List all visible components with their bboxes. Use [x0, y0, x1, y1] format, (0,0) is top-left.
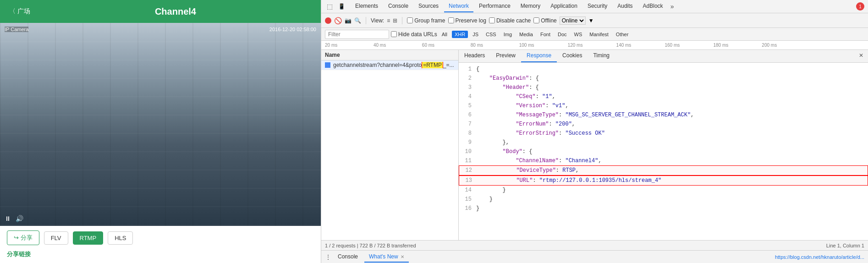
filter-img[interactable]: Img: [501, 31, 515, 38]
request-highlight: =RTMP: [422, 62, 443, 68]
json-line-16: 16 }: [459, 204, 868, 213]
camera2-icon[interactable]: 📷: [345, 17, 352, 24]
details-tab-headers[interactable]: Headers: [459, 50, 490, 62]
bottom-tab-console[interactable]: Console: [333, 252, 363, 263]
json-line-11: 11 "ChannelName": "Channel4",: [459, 156, 868, 165]
close-details-button[interactable]: ✕: [854, 50, 868, 62]
device-icon[interactable]: 📱: [337, 2, 346, 11]
tab-rtmp[interactable]: RTMP: [73, 231, 104, 245]
hide-data-urls-label[interactable]: Hide data URLs: [391, 31, 437, 38]
tick-140ms: 140 ms: [616, 43, 632, 48]
share-link-area: 分享链接: [0, 247, 321, 263]
tab-elements[interactable]: Elements: [351, 0, 383, 12]
details-panel: Headers Preview Response Cookies Timing …: [459, 50, 868, 240]
json-line-1: 1 {: [459, 65, 868, 74]
record-button[interactable]: [325, 17, 331, 24]
group-frame-label[interactable]: Group frame: [407, 17, 445, 24]
json-line-8: 8 "ErrorString": "Success OK": [459, 129, 868, 138]
bottom-menu-icon[interactable]: ⋮: [325, 253, 331, 261]
throttle-arrow[interactable]: ▼: [588, 17, 594, 24]
tick-80ms: 80 ms: [471, 43, 483, 48]
tab-sources[interactable]: Sources: [414, 0, 443, 12]
tab-network[interactable]: Network: [444, 0, 473, 12]
json-line-14: 14 }: [459, 186, 868, 195]
filter-doc[interactable]: Doc: [555, 31, 570, 38]
tab-application[interactable]: Application: [546, 0, 582, 12]
network-toolbar: 🚫 📷 🔍 View: ≡ ⊞ Group frame Preserve log…: [321, 13, 868, 28]
filter-xhr[interactable]: XHR: [452, 31, 468, 38]
filter-css[interactable]: CSS: [483, 31, 499, 38]
filter-manifest[interactable]: Manifest: [587, 31, 611, 38]
clear-button[interactable]: 🚫: [334, 17, 342, 24]
filter-all[interactable]: All: [439, 31, 450, 38]
video-timestamp: 2016-12-20 02:58:00: [269, 27, 316, 32]
list-view-icon[interactable]: ≡: [387, 17, 390, 24]
inspect-icon[interactable]: ⬚: [325, 2, 334, 11]
filter-other[interactable]: Other: [613, 31, 632, 38]
tab-console[interactable]: Console: [384, 0, 413, 12]
bottom-tab-whatsnew[interactable]: What's New ✕: [364, 252, 409, 263]
disable-cache-label[interactable]: Disable cache: [489, 17, 531, 24]
request-item[interactable]: getchannelstream?channel=4&proto=RTMP_=.…: [321, 60, 458, 70]
preview-icon[interactable]: ⊞: [393, 17, 397, 24]
video-area: IP Camera 2016-12-20 02:58:00 ⏸ 🔊: [0, 23, 321, 226]
hide-data-urls-checkbox[interactable]: [391, 31, 397, 37]
details-tab-timing[interactable]: Timing: [588, 50, 615, 62]
json-line-13: 13 "URL": "rtmp://127.0.0.1:10935/hls/st…: [459, 175, 868, 186]
pause-icon[interactable]: ⏸: [5, 215, 11, 222]
tab-memory[interactable]: Memory: [516, 0, 545, 12]
json-line-7: 7 "ErrorNum": "200",: [459, 120, 868, 129]
camera-label: IP Camera: [5, 27, 28, 32]
tick-40ms: 40 ms: [374, 43, 386, 48]
group-frame-checkbox[interactable]: [407, 17, 413, 23]
filter-ws[interactable]: WS: [571, 31, 585, 38]
tab-adblock[interactable]: AdBlock: [638, 0, 668, 12]
filter-font[interactable]: Font: [538, 31, 553, 38]
json-line-12: 12 "DeviceType": RTSP,: [459, 165, 868, 175]
divider-2: [402, 17, 402, 24]
share-button[interactable]: ↪ 分享: [7, 230, 39, 245]
json-line-4: 4 "CSeq": "1",: [459, 92, 868, 101]
more-tabs-icon[interactable]: »: [669, 3, 676, 10]
tick-60ms: 60 ms: [422, 43, 434, 48]
offline-checkbox[interactable]: [533, 17, 539, 23]
details-tabs: Headers Preview Response Cookies Timing …: [459, 50, 868, 63]
devtools-icons: ⬚ 📱: [325, 2, 346, 11]
details-tab-response[interactable]: Response: [521, 50, 557, 62]
filter-js[interactable]: JS: [470, 31, 481, 38]
throttle-select[interactable]: Online: [560, 16, 586, 25]
tab-performance[interactable]: Performance: [474, 0, 515, 12]
requests-panel: Name getchannelstream?channel=4&proto=RT…: [321, 50, 459, 240]
error-badge: 1: [856, 2, 864, 11]
preserve-log-checkbox[interactable]: [448, 17, 454, 23]
request-name: getchannelstream?channel=4&proto=RTMP_=.…: [333, 62, 455, 68]
volume-icon[interactable]: 🔊: [16, 215, 23, 222]
json-line-15: 15 }: [459, 195, 868, 204]
tab-security[interactable]: Security: [583, 0, 612, 12]
filter-input[interactable]: [325, 30, 389, 39]
back-button[interactable]: 〈 广场: [9, 7, 30, 16]
json-line-6: 6 "MessageType": "MSG_SC_SERVER_GET_CHAN…: [459, 110, 868, 120]
preserve-log-label[interactable]: Preserve log: [448, 17, 486, 24]
details-tab-preview[interactable]: Preview: [490, 50, 521, 62]
view-label: View:: [371, 17, 384, 24]
tab-audits[interactable]: Audits: [613, 0, 637, 12]
tab-flv[interactable]: FLV: [44, 231, 68, 245]
timeline-row: 20 ms 40 ms 60 ms 80 ms 100 ms 120 ms 14…: [321, 41, 868, 50]
filter-media[interactable]: Media: [516, 31, 536, 38]
offline-label[interactable]: Offline: [533, 17, 556, 24]
top-bar: 〈 广场 Channel4: [0, 0, 321, 23]
details-tab-cookies[interactable]: Cookies: [557, 50, 588, 62]
whatsnew-close[interactable]: ✕: [401, 254, 404, 259]
tab-hls[interactable]: HLS: [108, 231, 133, 245]
tick-200ms: 200 ms: [762, 43, 777, 48]
filter-icon[interactable]: 🔍: [354, 17, 361, 24]
video-placeholder: IP Camera 2016-12-20 02:58:00 ⏸ 🔊: [0, 23, 321, 226]
bottom-tabs: ⋮ Console What's New ✕ https://blog.csdn…: [321, 250, 868, 263]
request-count: 1 / 2 requests | 722 B / 722 B transferr…: [325, 243, 416, 248]
json-line-9: 9 },: [459, 138, 868, 147]
stream-tabs-area: ↪ 分享 FLV RTMP HLS: [0, 226, 321, 247]
disable-cache-checkbox[interactable]: [489, 17, 495, 23]
video-controls: ⏸ 🔊: [5, 215, 23, 222]
line-column: Line 1, Column 1: [826, 243, 864, 248]
